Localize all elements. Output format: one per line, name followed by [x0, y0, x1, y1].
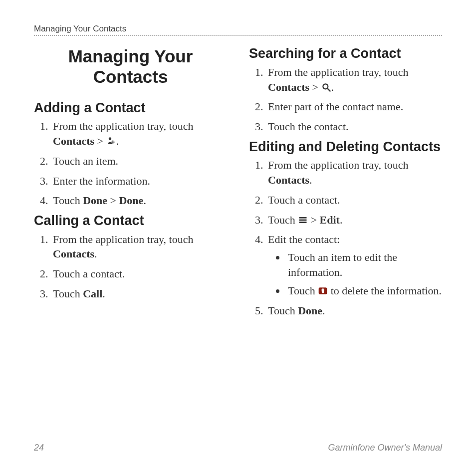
heading-adding-contact: Adding a Contact — [34, 100, 227, 116]
step: Touch Done > Done. — [51, 193, 227, 208]
step: Touch Done. — [266, 303, 442, 318]
steps-searching-contact: From the application tray, touch Contact… — [256, 65, 442, 134]
steps-edit-delete-contacts: From the application tray, touch Contact… — [256, 158, 442, 318]
bullet-text: Touch — [288, 284, 318, 297]
steps-calling-contact: From the application tray, touch Contact… — [41, 232, 227, 301]
step-text: . — [94, 247, 97, 260]
content-columns: Managing Your Contacts Adding a Contact … — [34, 45, 442, 323]
step-text: Touch — [268, 214, 298, 226]
svg-rect-7 — [299, 222, 307, 223]
step: From the application tray, touch Contact… — [51, 119, 227, 148]
label-edit: Edit — [320, 214, 340, 226]
step-text: . — [116, 135, 119, 147]
step-text: From the application tray, touch — [53, 120, 193, 132]
trash-delete-icon — [318, 285, 328, 295]
column-right: Searching for a Contact From the applica… — [249, 45, 442, 323]
step-text: . — [331, 81, 334, 93]
running-head: Managing Your Contacts — [34, 24, 442, 34]
step-text: . — [309, 174, 312, 186]
step: Touch an item. — [51, 154, 227, 169]
svg-rect-5 — [299, 217, 307, 219]
step-text: Touch — [53, 194, 83, 207]
svg-line-4 — [327, 88, 330, 91]
header-rule — [34, 35, 442, 36]
step: Enter part of the contact name. — [266, 99, 442, 114]
step: Touch the contact. — [266, 119, 442, 134]
step-text: From the application tray, touch — [268, 159, 408, 171]
bullet: Touch an item to edit the information. — [286, 250, 442, 279]
footer: 24 Garminfone Owner's Manual — [34, 443, 442, 453]
step-text: Touch — [268, 304, 298, 317]
label-done: Done — [298, 304, 322, 317]
step: Edit the contact: Touch an item to edit … — [266, 232, 442, 298]
step-text: . — [143, 194, 146, 207]
search-icon — [321, 81, 331, 91]
step: From the application tray, touch Contact… — [266, 158, 442, 187]
sub-bullets: Touch an item to edit the information. T… — [277, 250, 442, 298]
step-text: > — [309, 81, 321, 93]
svg-rect-9 — [322, 289, 324, 289]
bullet-text: to delete the information. — [328, 284, 442, 297]
step-text: Touch — [53, 287, 83, 300]
step-text: . — [340, 214, 343, 226]
label-done: Done — [83, 194, 107, 207]
svg-point-0 — [108, 137, 111, 140]
step: Touch a contact. — [266, 193, 442, 208]
step-text: From the application tray, touch — [53, 233, 193, 245]
add-contact-icon — [106, 135, 116, 145]
step-text: > — [107, 194, 119, 207]
label-contacts: Contacts — [268, 81, 309, 93]
label-contacts: Contacts — [268, 174, 309, 186]
page-number: 24 — [34, 443, 44, 453]
svg-rect-2 — [111, 142, 115, 143]
svg-rect-6 — [299, 219, 307, 221]
heading-searching-contact: Searching for a Contact — [249, 46, 442, 62]
page-title: Managing Your Contacts — [34, 46, 227, 87]
label-contacts: Contacts — [53, 135, 94, 147]
step-text: . — [102, 287, 105, 300]
label-done: Done — [119, 194, 143, 207]
label-contacts: Contacts — [53, 247, 94, 260]
step: From the application tray, touch Contact… — [51, 232, 227, 261]
step-text: From the application tray, touch — [268, 66, 408, 78]
step-text: > — [308, 214, 319, 226]
heading-edit-delete-contacts: Editing and Deleting Contacts — [249, 139, 442, 155]
heading-calling-contact: Calling a Contact — [34, 213, 227, 229]
step: Touch a contact. — [51, 266, 227, 281]
bullet: Touch to delete the information. — [286, 283, 442, 298]
step: Enter the information. — [51, 174, 227, 189]
label-call: Call — [83, 287, 102, 300]
step: Touch > Edit. — [266, 213, 442, 228]
step: From the application tray, touch Contact… — [266, 65, 442, 94]
steps-adding-contact: From the application tray, touch Contact… — [41, 119, 227, 208]
step-text: Edit the contact: — [268, 233, 340, 245]
column-left: Managing Your Contacts Adding a Contact … — [34, 45, 227, 323]
footer-owner-manual: Garminfone Owner's Manual — [328, 443, 442, 453]
step-text: . — [322, 304, 325, 317]
step: Touch Call. — [51, 286, 227, 301]
menu-icon — [298, 214, 308, 224]
step-text: > — [94, 135, 106, 147]
